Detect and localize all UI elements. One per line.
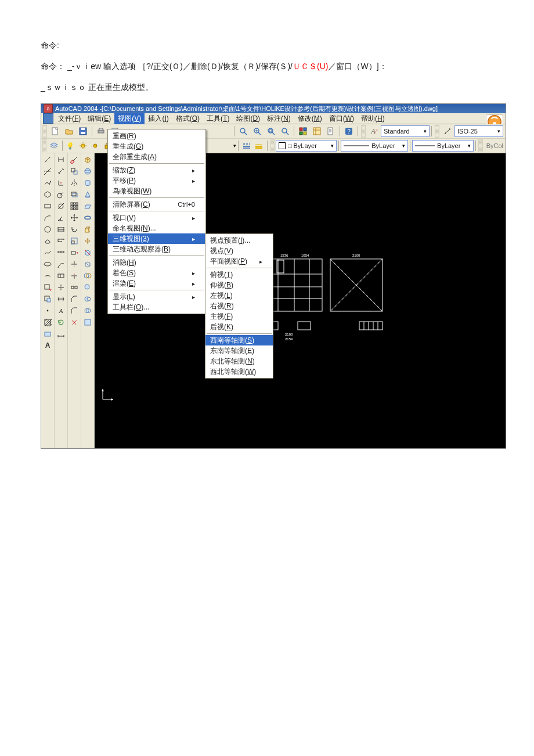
toolbar-grip[interactable] [270, 139, 275, 152]
toolbar-grip[interactable] [42, 125, 47, 138]
mtext-icon[interactable]: A [42, 340, 53, 351]
menu-render[interactable]: 渲染(E)▸ [108, 278, 205, 289]
toolbar-grip[interactable] [435, 125, 439, 138]
toolbar-grip[interactable] [361, 125, 366, 138]
menu-top-view[interactable]: 俯视(T) [205, 269, 273, 280]
explode-icon[interactable] [69, 317, 80, 327]
menu-format[interactable]: 格式(O) [172, 113, 203, 124]
offset-icon[interactable] [69, 189, 80, 200]
layer-sun-icon[interactable] [77, 139, 88, 152]
menu-window[interactable]: 窗口(W) [326, 113, 358, 124]
dim-radius-icon[interactable] [56, 189, 66, 200]
qdim-icon[interactable] [56, 224, 66, 235]
help-icon[interactable]: ? [342, 125, 355, 138]
menu-shade[interactable]: 着色(S)▸ [108, 268, 205, 278]
menu-regen[interactable]: 重生成(G) [108, 141, 205, 152]
rectangle-icon[interactable] [42, 201, 53, 211]
menu-bottom-view[interactable]: 仰视(B) [205, 280, 273, 290]
menu-insert[interactable]: 插入(I) [145, 113, 172, 124]
spline-icon[interactable] [42, 247, 53, 258]
menu-front-view[interactable]: 主视(F) [205, 311, 273, 322]
section-icon[interactable] [82, 259, 93, 269]
fillet-icon[interactable] [69, 305, 80, 316]
slice-icon[interactable] [82, 247, 93, 258]
extrude-icon[interactable] [82, 224, 93, 235]
text-style-select[interactable]: Standard ▾ [381, 125, 430, 137]
layer-freeze-icon[interactable] [89, 139, 100, 152]
ellipse-icon[interactable] [42, 259, 53, 269]
dim-center-icon[interactable] [56, 282, 66, 293]
textstyle-new-icon[interactable]: A⁄ [367, 125, 380, 138]
menu-left-view[interactable]: 左视(L) [205, 290, 273, 301]
tolerance-icon[interactable] [56, 271, 66, 281]
menu-3d-orbit[interactable]: 三维动态观察器(B) [108, 244, 205, 254]
sphere-icon[interactable] [82, 166, 93, 177]
print-icon[interactable] [95, 125, 107, 138]
plotstyle-field[interactable]: ByCol [484, 142, 506, 149]
linetype-select[interactable]: ByLayer ▾ [341, 140, 408, 152]
properties-icon[interactable] [297, 125, 309, 138]
mirror-icon[interactable] [69, 178, 80, 188]
pline-icon[interactable] [42, 178, 53, 188]
color-select[interactable]: □ ByLayer ▾ [276, 140, 337, 152]
line-icon[interactable] [42, 154, 53, 165]
menu-pan[interactable]: 平移(P)▸ [108, 175, 205, 186]
menu-toolbars[interactable]: 工具栏(O)... [108, 302, 205, 312]
array-icon[interactable] [69, 201, 80, 211]
menu-back-view[interactable]: 后视(K) [205, 322, 273, 332]
zoom-previous-icon[interactable] [279, 125, 291, 138]
break-icon[interactable] [69, 282, 80, 293]
new-icon[interactable] [49, 125, 62, 138]
menu-edit[interactable]: 编辑(E) [84, 113, 114, 124]
dimtedit-icon[interactable]: A [56, 305, 66, 316]
region-icon[interactable] [42, 329, 53, 339]
menu-bar[interactable]: 文件(F) 编辑(E) 视图(V) 插入(I) 格式(O) 工具(T) 绘图(D… [41, 113, 506, 124]
qleader-icon[interactable] [56, 259, 66, 269]
move-icon[interactable] [69, 213, 80, 223]
dimstyle-icon2[interactable] [56, 329, 66, 339]
menu-modify[interactable]: 修改(M) [294, 113, 326, 124]
hatch-icon[interactable] [42, 317, 53, 327]
layer-dropdown-arrow[interactable]: ▾ [230, 143, 236, 149]
dim-continue-icon[interactable] [56, 247, 66, 258]
menu-redraw[interactable]: 重画(R) [108, 131, 205, 141]
menu-file[interactable]: 文件(F) [55, 113, 84, 124]
toolbar-grip[interactable] [42, 139, 46, 152]
menu-ne-isometric[interactable]: 东北等轴测(N) [205, 356, 273, 366]
setup-view-icon[interactable] [82, 317, 93, 327]
menu-dimension[interactable]: 标注(N) [264, 113, 294, 124]
trim-icon[interactable] [69, 259, 80, 269]
dim-baseline-icon[interactable] [56, 236, 66, 246]
zoom-icon[interactable] [237, 125, 250, 138]
dimedit-icon[interactable] [56, 294, 66, 304]
lineweight-icon[interactable] [253, 139, 264, 152]
layer-manager-icon[interactable] [48, 139, 59, 152]
zoom-window-icon[interactable] [265, 125, 277, 138]
dim-linear-icon[interactable] [56, 154, 66, 165]
polygon-icon[interactable] [42, 189, 53, 200]
toolbar-grip[interactable] [478, 139, 482, 152]
dim-angular-icon[interactable] [56, 213, 66, 223]
dim-ordinate-icon[interactable] [56, 178, 66, 188]
extend-icon[interactable] [69, 271, 80, 281]
linetype-icon[interactable] [241, 139, 252, 152]
layer-bulb-icon[interactable]: 💡 [64, 139, 75, 152]
menu-named-views[interactable]: 命名视图(N)... [108, 223, 205, 233]
union-icon[interactable] [82, 282, 93, 293]
menu-nw-isometric[interactable]: 西北等轴测(W) [205, 366, 273, 377]
menu-help[interactable]: 帮助(H) [358, 113, 388, 124]
point-icon[interactable] [42, 305, 53, 316]
menu-regen-all[interactable]: 全部重生成(A) [108, 152, 205, 162]
menu-viewports[interactable]: 视口(V)▸ [108, 213, 205, 223]
menu-right-view[interactable]: 右视(R) [205, 301, 273, 311]
menu-aerial[interactable]: 鸟瞰视图(W) [108, 186, 205, 196]
insert-block-icon[interactable] [42, 282, 53, 293]
rotate-icon[interactable] [69, 224, 80, 235]
revcloud-icon[interactable] [42, 236, 53, 246]
ellipse-arc-icon[interactable] [42, 271, 53, 281]
subtract-icon[interactable] [82, 294, 93, 304]
open-icon[interactable] [63, 125, 75, 138]
menu-se-isometric[interactable]: 东南等轴测(E) [205, 345, 273, 356]
save-icon[interactable] [77, 125, 89, 138]
app-sys-icon[interactable] [43, 113, 53, 124]
